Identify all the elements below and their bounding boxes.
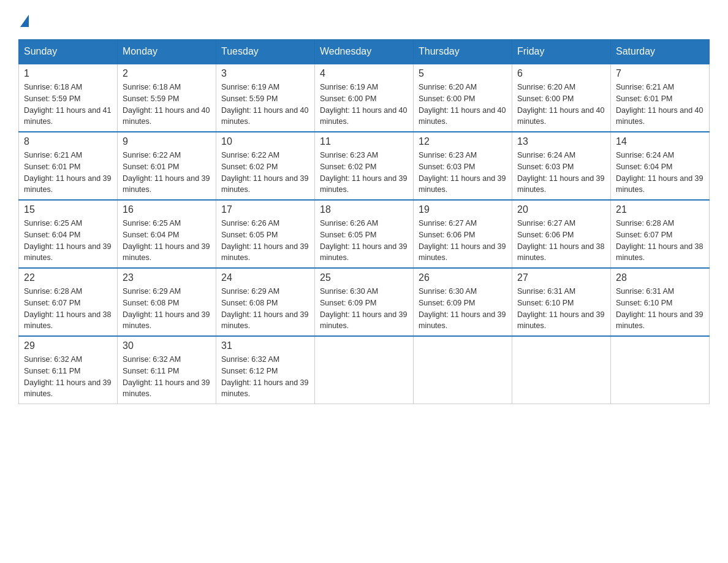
day-number: 15 [24, 204, 112, 215]
day-info: Sunrise: 6:20 AMSunset: 6:00 PMDaylight:… [517, 82, 605, 128]
calendar-table: SundayMondayTuesdayWednesdayThursdayFrid… [18, 39, 710, 404]
calendar-cell: 18Sunrise: 6:26 AMSunset: 6:05 PMDayligh… [315, 200, 414, 268]
day-number: 24 [221, 272, 309, 283]
calendar-cell [315, 336, 414, 404]
calendar-cell: 13Sunrise: 6:24 AMSunset: 6:03 PMDayligh… [512, 132, 611, 200]
day-number: 27 [517, 272, 605, 283]
calendar-cell: 20Sunrise: 6:27 AMSunset: 6:06 PMDayligh… [512, 200, 611, 268]
day-info: Sunrise: 6:24 AMSunset: 6:03 PMDaylight:… [517, 150, 605, 196]
calendar-cell: 21Sunrise: 6:28 AMSunset: 6:07 PMDayligh… [611, 200, 710, 268]
calendar-cell: 14Sunrise: 6:24 AMSunset: 6:04 PMDayligh… [611, 132, 710, 200]
calendar-cell: 16Sunrise: 6:25 AMSunset: 6:04 PMDayligh… [118, 200, 216, 268]
day-number: 9 [123, 136, 211, 147]
calendar-cell: 31Sunrise: 6:32 AMSunset: 6:12 PMDayligh… [216, 336, 315, 404]
calendar-cell: 19Sunrise: 6:27 AMSunset: 6:06 PMDayligh… [414, 200, 512, 268]
day-info: Sunrise: 6:30 AMSunset: 6:09 PMDaylight:… [419, 286, 507, 332]
day-info: Sunrise: 6:31 AMSunset: 6:10 PMDaylight:… [616, 286, 704, 332]
day-number: 12 [419, 136, 507, 147]
day-info: Sunrise: 6:25 AMSunset: 6:04 PMDaylight:… [24, 218, 112, 264]
calendar-cell: 1Sunrise: 6:18 AMSunset: 5:59 PMDaylight… [19, 64, 118, 132]
day-number: 23 [123, 272, 211, 283]
column-header-friday: Friday [512, 40, 611, 64]
column-header-monday: Monday [118, 40, 216, 64]
day-number: 17 [221, 204, 309, 215]
calendar-cell: 26Sunrise: 6:30 AMSunset: 6:09 PMDayligh… [414, 268, 512, 336]
calendar-cell [414, 336, 512, 404]
day-info: Sunrise: 6:27 AMSunset: 6:06 PMDaylight:… [517, 218, 605, 264]
day-info: Sunrise: 6:26 AMSunset: 6:05 PMDaylight:… [320, 218, 408, 264]
calendar-cell: 27Sunrise: 6:31 AMSunset: 6:10 PMDayligh… [512, 268, 611, 336]
column-header-thursday: Thursday [414, 40, 512, 64]
day-number: 26 [419, 272, 507, 283]
day-number: 16 [123, 204, 211, 215]
day-number: 11 [320, 136, 408, 147]
calendar-cell [512, 336, 611, 404]
logo-triangle-icon [20, 15, 29, 27]
day-number: 31 [221, 340, 309, 351]
calendar-cell [611, 336, 710, 404]
week-row-1: 1Sunrise: 6:18 AMSunset: 5:59 PMDaylight… [19, 64, 710, 132]
week-row-5: 29Sunrise: 6:32 AMSunset: 6:11 PMDayligh… [19, 336, 710, 404]
calendar-cell: 30Sunrise: 6:32 AMSunset: 6:11 PMDayligh… [118, 336, 216, 404]
day-number: 14 [616, 136, 704, 147]
day-number: 18 [320, 204, 408, 215]
day-info: Sunrise: 6:21 AMSunset: 6:01 PMDaylight:… [24, 150, 112, 196]
day-info: Sunrise: 6:28 AMSunset: 6:07 PMDaylight:… [616, 218, 704, 264]
day-number: 6 [517, 68, 605, 79]
week-row-4: 22Sunrise: 6:28 AMSunset: 6:07 PMDayligh… [19, 268, 710, 336]
calendar-header-row: SundayMondayTuesdayWednesdayThursdayFrid… [19, 40, 710, 64]
day-number: 3 [221, 68, 309, 79]
day-number: 29 [24, 340, 112, 351]
day-info: Sunrise: 6:22 AMSunset: 6:02 PMDaylight:… [221, 150, 309, 196]
calendar-cell: 25Sunrise: 6:30 AMSunset: 6:09 PMDayligh… [315, 268, 414, 336]
day-info: Sunrise: 6:24 AMSunset: 6:04 PMDaylight:… [616, 150, 704, 196]
day-info: Sunrise: 6:23 AMSunset: 6:03 PMDaylight:… [419, 150, 507, 196]
day-info: Sunrise: 6:30 AMSunset: 6:09 PMDaylight:… [320, 286, 408, 332]
day-info: Sunrise: 6:32 AMSunset: 6:11 PMDaylight:… [123, 354, 211, 400]
calendar-cell: 22Sunrise: 6:28 AMSunset: 6:07 PMDayligh… [19, 268, 118, 336]
calendar-cell: 23Sunrise: 6:29 AMSunset: 6:08 PMDayligh… [118, 268, 216, 336]
calendar-cell: 10Sunrise: 6:22 AMSunset: 6:02 PMDayligh… [216, 132, 315, 200]
calendar-cell: 12Sunrise: 6:23 AMSunset: 6:03 PMDayligh… [414, 132, 512, 200]
calendar-cell: 9Sunrise: 6:22 AMSunset: 6:01 PMDaylight… [118, 132, 216, 200]
calendar-cell: 15Sunrise: 6:25 AMSunset: 6:04 PMDayligh… [19, 200, 118, 268]
day-number: 7 [616, 68, 704, 79]
day-info: Sunrise: 6:32 AMSunset: 6:11 PMDaylight:… [24, 354, 112, 400]
day-info: Sunrise: 6:26 AMSunset: 6:05 PMDaylight:… [221, 218, 309, 264]
calendar-cell: 11Sunrise: 6:23 AMSunset: 6:02 PMDayligh… [315, 132, 414, 200]
week-row-2: 8Sunrise: 6:21 AMSunset: 6:01 PMDaylight… [19, 132, 710, 200]
day-number: 25 [320, 272, 408, 283]
calendar-cell: 29Sunrise: 6:32 AMSunset: 6:11 PMDayligh… [19, 336, 118, 404]
day-number: 19 [419, 204, 507, 215]
day-info: Sunrise: 6:29 AMSunset: 6:08 PMDaylight:… [123, 286, 211, 332]
day-info: Sunrise: 6:27 AMSunset: 6:06 PMDaylight:… [419, 218, 507, 264]
day-number: 20 [517, 204, 605, 215]
day-info: Sunrise: 6:23 AMSunset: 6:02 PMDaylight:… [320, 150, 408, 196]
day-number: 22 [24, 272, 112, 283]
day-info: Sunrise: 6:25 AMSunset: 6:04 PMDaylight:… [123, 218, 211, 264]
day-info: Sunrise: 6:20 AMSunset: 6:00 PMDaylight:… [419, 82, 507, 128]
day-number: 8 [24, 136, 112, 147]
day-number: 13 [517, 136, 605, 147]
calendar-cell: 6Sunrise: 6:20 AMSunset: 6:00 PMDaylight… [512, 64, 611, 132]
calendar-cell: 5Sunrise: 6:20 AMSunset: 6:00 PMDaylight… [414, 64, 512, 132]
week-row-3: 15Sunrise: 6:25 AMSunset: 6:04 PMDayligh… [19, 200, 710, 268]
logo [18, 12, 29, 27]
day-info: Sunrise: 6:21 AMSunset: 6:01 PMDaylight:… [616, 82, 704, 128]
day-info: Sunrise: 6:19 AMSunset: 5:59 PMDaylight:… [221, 82, 309, 128]
day-info: Sunrise: 6:18 AMSunset: 5:59 PMDaylight:… [123, 82, 211, 128]
day-number: 5 [419, 68, 507, 79]
day-info: Sunrise: 6:19 AMSunset: 6:00 PMDaylight:… [320, 82, 408, 128]
calendar-cell: 3Sunrise: 6:19 AMSunset: 5:59 PMDaylight… [216, 64, 315, 132]
calendar-cell: 28Sunrise: 6:31 AMSunset: 6:10 PMDayligh… [611, 268, 710, 336]
calendar-cell: 8Sunrise: 6:21 AMSunset: 6:01 PMDaylight… [19, 132, 118, 200]
day-info: Sunrise: 6:28 AMSunset: 6:07 PMDaylight:… [24, 286, 112, 332]
page-header [18, 12, 710, 27]
day-number: 4 [320, 68, 408, 79]
day-info: Sunrise: 6:29 AMSunset: 6:08 PMDaylight:… [221, 286, 309, 332]
day-number: 28 [616, 272, 704, 283]
day-number: 2 [123, 68, 211, 79]
day-info: Sunrise: 6:18 AMSunset: 5:59 PMDaylight:… [24, 82, 112, 128]
day-number: 21 [616, 204, 704, 215]
day-number: 10 [221, 136, 309, 147]
